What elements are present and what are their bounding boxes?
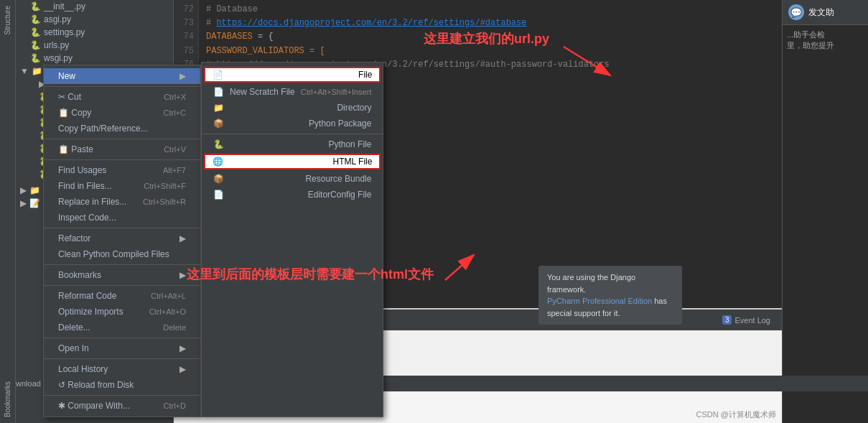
tooltip-popup: You are using the Django framework. PyCh… <box>538 266 682 325</box>
py-icon: 🐍 <box>30 40 41 50</box>
menu-item-refactor[interactable]: Refactor ▶ <box>44 231 200 246</box>
attribution: CSDN @计算机魔术师 <box>696 409 776 420</box>
folder-icon: 📝 <box>29 198 40 208</box>
menu-sep <box>44 264 200 265</box>
file-icon: 📄 <box>213 70 223 80</box>
file-name: urls.py <box>44 40 69 50</box>
menu-item-reformat[interactable]: Reformat Code Ctrl+Alt+L <box>44 288 200 304</box>
menu-sep <box>44 159 200 160</box>
context-menu-overlay: New ▶ ✂ Cut Ctrl+X 📋 Copy Ctrl+C Copy Pa… <box>43 65 383 417</box>
file-name: __init__.py <box>44 1 85 11</box>
chevron-icon: ▶ <box>20 185 27 195</box>
file-tree-item[interactable]: 🐍 settings.py <box>16 26 173 39</box>
right-panel: 💬 发文助 ...助手会检 里，助您提升 <box>782 0 868 423</box>
side-tabs: Structure Bookmarks <box>0 0 16 423</box>
menu-item-paste[interactable]: 📋 Paste Ctrl+V <box>44 141 200 157</box>
bundle-label: Resource Bundle <box>305 174 371 184</box>
scratch-label: New Scratch File <box>230 87 295 97</box>
menu-sep <box>44 228 200 228</box>
submenu-sep <box>202 134 383 134</box>
html-icon: 🌐 <box>213 157 223 167</box>
menu-item-open-in[interactable]: Open In ▶ <box>44 340 200 356</box>
menu-sep <box>44 86 200 87</box>
panel-title: 发文助 <box>808 6 834 19</box>
html-label: HTML File <box>333 157 373 167</box>
chevron-icon: ▼ <box>20 66 29 76</box>
arrow-icon: ▶ <box>179 270 186 280</box>
menu-item-new[interactable]: New ▶ <box>44 68 200 84</box>
dir-icon: 📁 <box>213 103 224 113</box>
submenu-resource-bundle[interactable]: 📦 Resource Bundle <box>202 171 383 187</box>
submenu-python-file[interactable]: 🐍 Python File <box>202 136 383 152</box>
menu-sep <box>44 285 200 286</box>
menu-item-bookmarks[interactable]: Bookmarks ▶ <box>44 267 200 283</box>
folder-icon: 📁 <box>32 66 42 76</box>
menu-item-replace-files[interactable]: Replace in Files... Ctrl+Shift+R <box>44 194 200 210</box>
arrow-icon: ▶ <box>179 233 186 243</box>
file-label: File <box>358 70 372 80</box>
menu-sep <box>44 338 200 338</box>
py-icon: 🐍 <box>30 53 41 63</box>
dir-label: Directory <box>337 103 371 113</box>
menu-sep <box>44 139 200 139</box>
submenu-file[interactable]: 📄 File <box>204 67 381 83</box>
py-icon: 🐍 <box>30 14 41 24</box>
menu-item-cut[interactable]: ✂ Cut Ctrl+X <box>44 89 200 105</box>
arrow-icon: ▶ <box>179 364 186 374</box>
chat-icon: 💬 <box>788 4 804 20</box>
submenu-new: 📄 File 📄 New Scratch File Ctrl+Alt+Shift… <box>201 62 383 417</box>
chevron-icon: ▶ <box>20 198 27 208</box>
context-menu: New ▶ ✂ Cut Ctrl+X 📋 Copy Ctrl+C Copy Pa… <box>43 65 201 417</box>
py-icon: 🐍 <box>30 27 41 37</box>
submenu-directory[interactable]: 📁 Directory <box>202 100 383 116</box>
menu-sep <box>44 395 200 396</box>
file-name: asgi.py <box>44 14 71 24</box>
tooltip-text1: You are using the Django framework. <box>547 273 635 294</box>
folder-icon: 📁 <box>29 185 40 195</box>
menu-item-copy[interactable]: 📋 Copy Ctrl+C <box>44 105 200 121</box>
scratch-icon: 📄 <box>213 87 224 97</box>
panel-line2: 里，助您提升 <box>787 40 864 51</box>
file-name: wsgi.py <box>44 53 73 63</box>
menu-item-clean[interactable]: Clean Python Compiled Files <box>44 246 200 262</box>
config-label: EditorConfig File <box>308 190 372 200</box>
bookmarks-tab[interactable]: Bookmarks <box>1 376 14 423</box>
menu-sep <box>44 358 200 359</box>
menu-item-copy-path[interactable]: Copy Path/Reference... <box>44 121 200 136</box>
submenu-python-package[interactable]: 📦 Python Package <box>202 116 383 131</box>
panel-line1: ...助手会检 <box>787 29 864 40</box>
scratch-shortcut: Ctrl+Alt+Shift+Insert <box>301 88 372 96</box>
submenu-scratch-file[interactable]: 📄 New Scratch File Ctrl+Alt+Shift+Insert <box>202 84 383 100</box>
arrow-icon: ▶ <box>179 343 186 353</box>
menu-item-inspect[interactable]: Inspect Code... <box>44 210 200 226</box>
right-panel-content: ...助手会检 里，助您提升 <box>783 25 868 55</box>
menu-item-find-usages[interactable]: Find Usages Alt+F7 <box>44 162 200 178</box>
tooltip-text2: PyCharm Professional Edition <box>547 297 652 305</box>
file-tree-item[interactable]: 🐍 urls.py <box>16 39 173 52</box>
arrow-icon: ▶ <box>179 71 186 81</box>
menu-item-reload[interactable]: ↺ Reload from Disk <box>44 377 200 393</box>
file-tree-item[interactable]: 🐍 __init__.py <box>16 0 173 13</box>
file-tree-item[interactable]: 🐍 asgi.py <box>16 13 173 26</box>
event-log-tab-bottom[interactable]: 3 Event Log <box>717 312 776 328</box>
menu-item-optimize[interactable]: Optimize Imports Ctrl+Alt+O <box>44 304 200 320</box>
pkg-label: Python Package <box>309 118 371 129</box>
py-file-label: Python File <box>328 139 371 149</box>
submenu-editorconfig[interactable]: 📄 EditorConfig File <box>202 187 383 203</box>
structure-tab[interactable]: Structure <box>1 0 14 41</box>
py-file-icon: 🐍 <box>213 139 224 149</box>
right-panel-header: 💬 发文助 <box>783 0 868 25</box>
menu-item-delete[interactable]: Delete... Delete <box>44 320 200 335</box>
menu-item-find-files[interactable]: Find in Files... Ctrl+Shift+F <box>44 178 200 194</box>
pkg-icon: 📦 <box>213 118 224 129</box>
submenu-html-file[interactable]: 🌐 HTML File <box>204 154 381 169</box>
file-name: settings.py <box>44 27 85 37</box>
new-label: New <box>58 71 75 81</box>
menu-item-local-history[interactable]: Local History ▶ <box>44 361 200 377</box>
menu-item-compare[interactable]: ✱ Compare With... Ctrl+D <box>44 398 200 414</box>
bundle-icon: 📦 <box>213 174 224 184</box>
config-icon: 📄 <box>213 190 224 200</box>
file-tree-item[interactable]: 🐍 wsgi.py <box>16 52 173 65</box>
py-icon: 🐍 <box>30 1 41 11</box>
